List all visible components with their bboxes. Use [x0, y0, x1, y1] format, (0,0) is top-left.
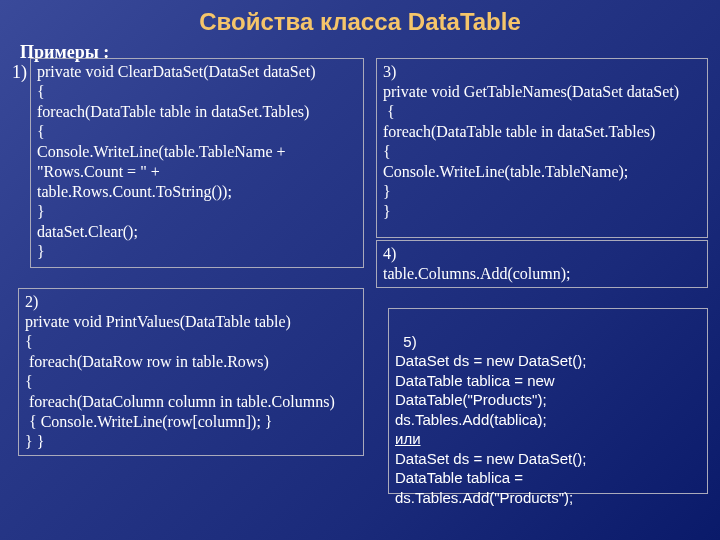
code-box-5-pre: 5) DataSet ds = new DataSet(); DataTable… — [395, 333, 586, 428]
code-box-1: private void ClearDataSet(DataSet dataSe… — [30, 58, 364, 268]
code-box-3: 3) private void GetTableNames(DataSet da… — [376, 58, 708, 238]
code-box-5-or: или — [395, 430, 421, 447]
slide-title: Свойства класса DataTable — [0, 8, 720, 36]
code-box-5: 5) DataSet ds = new DataSet(); DataTable… — [388, 308, 708, 494]
code-box-4: 4) table.Columns.Add(column); — [376, 240, 708, 288]
example-marker-1: 1) — [12, 62, 27, 83]
code-box-2: 2) private void PrintValues(DataTable ta… — [18, 288, 364, 456]
code-box-5-post: DataSet ds = new DataSet(); DataTable ta… — [395, 450, 586, 506]
